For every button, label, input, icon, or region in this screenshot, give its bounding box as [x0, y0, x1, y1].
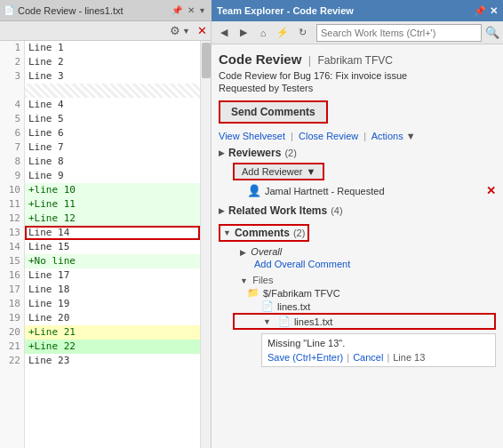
code-line[interactable]: Line 17	[25, 268, 200, 283]
file-path-row: 📁 $/Fabrikam TFVC	[233, 286, 496, 300]
back-button[interactable]: ◀	[215, 24, 233, 42]
code-line[interactable]: Line 7	[25, 140, 200, 155]
chevron-down-icon[interactable]: ▾	[197, 4, 207, 16]
line-number: 11	[0, 197, 24, 212]
close-panel-icon[interactable]: ✕	[490, 5, 498, 17]
code-line[interactable]: +Line 22	[25, 340, 200, 354]
line-number: 1	[0, 41, 24, 55]
line-number: 20	[0, 325, 24, 340]
reviewer-name: Jamal Hartnett - Requested	[265, 186, 385, 196]
folder-icon: 📁	[247, 287, 259, 299]
title-icon: 📄	[4, 5, 14, 15]
team-explorer-panel: Team Explorer - Code Review 📌 ✕ ◀ ▶ ⌂ ⚡ …	[212, 0, 503, 448]
code-line[interactable]: Line 23	[25, 354, 200, 368]
actions-link[interactable]: Actions	[371, 131, 403, 141]
line-number: 7	[0, 140, 24, 155]
code-line[interactable]: Line 8	[25, 155, 200, 169]
code-line[interactable]: +Line 12	[25, 212, 200, 226]
chevron-icon[interactable]: ▼	[182, 27, 190, 36]
reviewers-label: Reviewers	[228, 147, 281, 159]
add-reviewer-dropdown-icon[interactable]: ▼	[306, 166, 315, 177]
sep2: |	[363, 131, 366, 141]
home-button[interactable]: ⌂	[254, 24, 272, 42]
reviewer-avatar-icon: 👤	[247, 184, 261, 197]
comments-count: (2)	[293, 228, 305, 238]
code-line[interactable]: Line 1	[25, 41, 200, 55]
view-shelveset-link[interactable]: View Shelveset	[219, 131, 285, 141]
cancel-comment-link[interactable]: Cancel	[353, 352, 383, 363]
code-line[interactable]: +Line 11	[25, 197, 200, 212]
actions-dropdown-icon[interactable]: ▼	[406, 131, 416, 141]
comments-section-header[interactable]: ▼ Comments (2)	[219, 224, 309, 242]
file2-row[interactable]: ▼ 📄 lines1.txt	[233, 313, 496, 330]
code-line[interactable]: +Line 21	[25, 325, 200, 340]
code-line[interactable]: Line 3	[25, 69, 200, 84]
search-input[interactable]	[316, 24, 482, 42]
close-review-link[interactable]: Close Review	[299, 131, 358, 141]
search-icon[interactable]: 🔍	[485, 26, 499, 39]
comments-content: ▶ Overall Add Overall Comment ▼ Files 📁 …	[219, 245, 496, 367]
code-line[interactable]: Line 20	[25, 311, 200, 325]
file2-expand-icon: ▼	[263, 317, 271, 326]
line-number: 13	[0, 226, 24, 240]
add-reviewer-label: Add Reviewer	[242, 166, 302, 177]
send-comments-button[interactable]: Send Comments	[219, 100, 328, 124]
line-number: 17	[0, 283, 24, 297]
refresh-button[interactable]: ↻	[293, 24, 311, 42]
code-content: 12345678910111213141516171819202122 Line…	[0, 41, 211, 448]
reviewer-remove-button[interactable]: ✕	[486, 184, 496, 197]
action-sep2: |	[387, 352, 389, 363]
file1-row[interactable]: 📄 lines.txt	[233, 300, 496, 313]
code-panel: 📄 Code Review - lines1.txt 📌 ✕ ▾ ⚙ ▼ ✕ 1…	[0, 0, 212, 448]
line-number: 19	[0, 311, 24, 325]
section-sep: |	[308, 53, 311, 67]
files-header: ▼ Files	[233, 274, 496, 286]
scrollbar-thumb[interactable]	[202, 43, 211, 78]
reviewers-section-header[interactable]: ▶ Reviewers (2)	[219, 147, 496, 159]
line-number: 6	[0, 126, 24, 140]
line-number: 12	[0, 212, 24, 226]
te-header: Code Review | Fabrikam TFVC	[219, 52, 496, 67]
add-reviewer-button[interactable]: Add Reviewer ▼	[233, 163, 324, 180]
te-links: View Shelveset | Close Review | Actions …	[219, 131, 496, 141]
file1-name: lines.txt	[277, 301, 310, 312]
section-sub: Fabrikam TFVC	[317, 54, 392, 67]
code-line[interactable]: Line 15	[25, 240, 200, 254]
add-overall-comment-link[interactable]: Add Overall Comment	[254, 259, 350, 269]
power-button[interactable]: ⚡	[274, 24, 291, 42]
code-line[interactable]: Line 18	[25, 283, 200, 297]
save-comment-link[interactable]: Save (Ctrl+Enter)	[267, 352, 343, 363]
line-number: 5	[0, 112, 24, 126]
code-panel-toolbar: ⚙ ▼ ✕	[0, 21, 211, 41]
close-icon[interactable]: ✕	[185, 4, 197, 16]
code-line[interactable]: Line 5	[25, 112, 200, 126]
code-line[interactable]: Line 6	[25, 126, 200, 140]
overall-label: Overall	[251, 246, 282, 257]
code-line[interactable]: Line 4	[25, 98, 200, 112]
close-tab-icon[interactable]: ✕	[197, 24, 207, 37]
pin-icon[interactable]: 📌	[474, 5, 486, 17]
code-line[interactable]: Line 14	[25, 226, 200, 240]
code-panel-title: 📄 Code Review - lines1.txt	[4, 5, 169, 16]
forward-button[interactable]: ▶	[235, 24, 252, 42]
line-number: 22	[0, 354, 24, 368]
vertical-scrollbar[interactable]	[200, 41, 211, 448]
overall-section: ▶ Overall	[233, 245, 496, 258]
code-line[interactable]: +No line	[25, 254, 200, 268]
line-number: 2	[0, 55, 24, 69]
reviewers-content: Add Reviewer ▼ 👤 Jamal Hartnett - Reques…	[219, 161, 496, 199]
gear-icon[interactable]: ⚙	[170, 24, 180, 37]
code-line[interactable]	[25, 84, 200, 98]
te-content: Code Review | Fabrikam TFVC Code Review …	[212, 44, 503, 448]
requested-by: Requested by Testers	[219, 83, 496, 93]
code-line[interactable]: Line 9	[25, 169, 200, 183]
comments-collapse-icon: ▼	[223, 228, 231, 237]
related-work-items-section-header[interactable]: ▶ Related Work Items (4)	[219, 204, 496, 217]
code-line[interactable]: Line 2	[25, 55, 200, 69]
comment-actions: Save (Ctrl+Enter) | Cancel | Line 13	[267, 352, 490, 363]
line-number: 16	[0, 268, 24, 283]
code-lines[interactable]: Line 1Line 2Line 3Line 4Line 5Line 6Line…	[25, 41, 200, 448]
code-line[interactable]: +line 10	[25, 183, 200, 197]
pin-icon[interactable]: 📌	[169, 4, 185, 16]
code-line[interactable]: Line 19	[25, 297, 200, 311]
